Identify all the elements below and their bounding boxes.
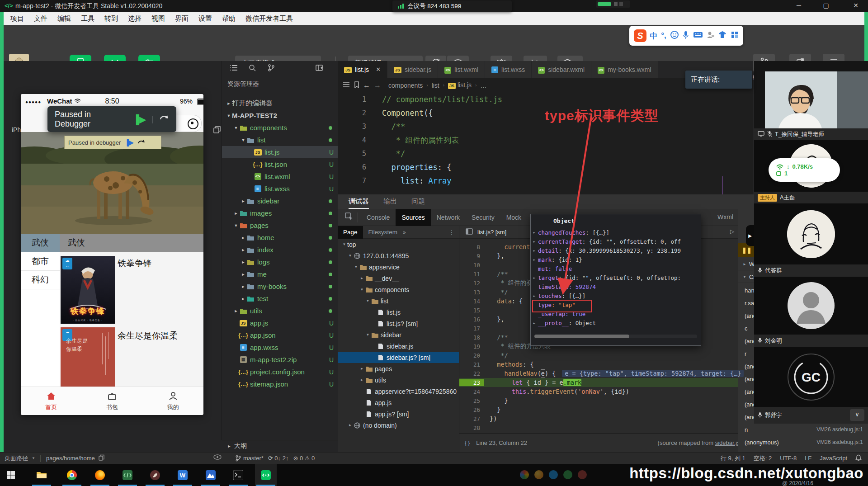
editor-tab-list.wxml[interactable]: <>list.wxml — [438, 61, 485, 78]
explorer-row-images[interactable]: ►images — [222, 207, 338, 219]
code-line-1[interactable]: 1// components/list/list.js — [338, 93, 753, 106]
taskbar-explorer[interactable] — [31, 464, 52, 486]
source-tree-list.js[interactable]: list.js — [338, 307, 459, 318]
stack-frame-n[interactable]: nVM26 asdebug.js:1 — [738, 423, 868, 436]
taskbar-chrome[interactable] — [61, 464, 83, 486]
devtools-tab-Console[interactable]: Console — [361, 209, 396, 226]
copy-icon[interactable] — [99, 454, 104, 462]
back-icon[interactable]: ← — [363, 81, 370, 90]
devtools-tab-Sources[interactable]: Sources — [396, 209, 430, 226]
close-tab-icon[interactable]: ✕ — [376, 66, 381, 73]
menu-item-项目[interactable]: 项目 — [5, 14, 29, 23]
source-tree-sidebar.js? [sm][interactable]: sidebar.js? [sm] — [338, 352, 459, 363]
code-line-6[interactable]: 6 properties: { — [338, 160, 753, 174]
git-branch-indicator[interactable]: master* — [235, 455, 264, 462]
source-tree-127.0.0.1:44895[interactable]: ▼127.0.0.1:44895 — [338, 250, 459, 261]
status-item[interactable]: 行 9, 列 1 — [721, 454, 745, 462]
mic-icon[interactable] — [682, 30, 689, 41]
overflow-menu-icon[interactable]: ⋮ — [449, 229, 454, 236]
explorer-row-logs[interactable]: ►logs — [222, 256, 338, 268]
menu-item-文件[interactable]: 文件 — [29, 14, 52, 23]
source-tree-list[interactable]: ▼list — [338, 295, 459, 307]
explorer-row-utils[interactable]: ►utils — [222, 305, 338, 317]
skin-icon[interactable] — [718, 31, 727, 41]
explorer-row-app.js[interactable]: JSapp.jsU — [222, 317, 338, 329]
profile-icon[interactable] — [707, 31, 715, 41]
menu-item-视图[interactable]: 视图 — [146, 14, 170, 23]
explorer-row-list.wxml[interactable]: <>list.wxmlU — [222, 170, 338, 183]
explorer-row-list.wxss[interactable]: ≡list.wxssU — [222, 183, 338, 195]
ime-toolbar[interactable]: S 中 °, — [629, 26, 743, 46]
eye-icon[interactable] — [213, 454, 222, 462]
emoji-icon[interactable] — [670, 30, 679, 41]
sources-tab-Page[interactable]: Page — [338, 226, 363, 239]
category-武侠[interactable]: 武侠 — [21, 234, 60, 252]
multi-window-icon[interactable] — [212, 125, 222, 136]
meeting-mini-toolbar[interactable] — [596, 0, 630, 8]
status-item[interactable]: 空格: 2 — [754, 454, 772, 462]
book-cover-dark[interactable]: ☁·· 铁拳争锋 · 热血武侠 · 铁拳无敌 · — [61, 256, 115, 324]
sync-indicator[interactable]: ⟳ 0↓ 2↑ — [268, 455, 289, 462]
explorer-row-M-APP-TEST2[interactable]: ▼M-APP-TEST2 — [222, 109, 338, 122]
dock-icon[interactable] — [466, 228, 473, 236]
panel-tab-问题[interactable]: 问题 — [411, 194, 425, 209]
forward-icon[interactable]: → — [374, 81, 381, 90]
source-tree-sidebar[interactable]: ▼sidebar — [338, 329, 459, 340]
menu-item-选择[interactable]: 选择 — [123, 14, 146, 23]
object-property-currentTarget[interactable]: ►currentTarget: {id: "", offsetLeft: 0, … — [531, 237, 701, 246]
source-line-26[interactable]: 26 } — [459, 405, 747, 414]
explorer-row-app.json[interactable]: {…}app.jsonU — [222, 329, 338, 341]
source-tree-components[interactable]: ▼components — [338, 284, 459, 295]
frame-file[interactable]: VM26 asdebug.js:1 — [816, 426, 863, 433]
book-title[interactable]: 铁拳争锋 — [118, 258, 152, 269]
source-tree-utils[interactable]: ►utils — [338, 374, 459, 386]
category-都市[interactable]: 都市 — [21, 252, 60, 271]
breadcrumb-item[interactable]: components — [388, 82, 423, 89]
frame-file[interactable]: VM26 asdebug.js:1 — [816, 439, 863, 445]
explorer-row-components[interactable]: ▼components — [222, 122, 338, 134]
breadcrumb-item[interactable]: list — [432, 82, 439, 89]
sidebar-js-link[interactable]: sidebar.js — [715, 439, 740, 446]
source-line-25[interactable]: 25 } — [459, 396, 747, 405]
editor-tab-sidebar.wxml[interactable]: <>sidebar.wxml — [532, 61, 591, 78]
code-line-4[interactable]: 4 * 组件的属性列表 — [338, 133, 753, 147]
panel-tab-输出[interactable]: 输出 — [383, 194, 397, 209]
menu-item-微信开发者工具[interactable]: 微信开发者工具 — [241, 14, 298, 23]
panel-tab-调试器[interactable]: 调试器 — [349, 194, 369, 209]
code-line-7[interactable]: 7 list: Array — [338, 174, 753, 188]
taskbar-designapp[interactable] — [144, 464, 166, 486]
more-tabs-icon[interactable]: » — [403, 229, 406, 236]
object-property-__proto__[interactable]: ►__proto__: Object — [531, 318, 701, 327]
git-branch-icon[interactable] — [267, 64, 275, 74]
resume-icon[interactable]: ▐▶ — [133, 114, 146, 125]
object-property-mark[interactable]: ►mark: {id: 1} — [531, 255, 701, 264]
collapse-sidebar-icon[interactable] — [315, 64, 324, 74]
explorer-row-my-books[interactable]: ►my-books — [222, 280, 338, 293]
explorer-row-list.json[interactable]: {…}list.jsonU — [222, 158, 338, 170]
taskbar-firefox[interactable] — [89, 464, 111, 486]
phone-tab-书包[interactable]: 书包 — [82, 387, 143, 415]
apps-grid-icon[interactable] — [731, 31, 739, 41]
breadcrumb-item[interactable]: JS list.js — [448, 81, 472, 89]
capsule-close-icon[interactable] — [188, 118, 198, 129]
phone-tab-首页[interactable]: 首页 — [21, 387, 82, 415]
source-tree-app.js[interactable]: app.js — [338, 397, 459, 408]
minimize-button[interactable]: ─ — [792, 2, 806, 9]
popup-scrollbar[interactable] — [534, 335, 697, 338]
outline-section[interactable]: ►大纲 — [222, 440, 338, 452]
notifications-bell-icon[interactable] — [855, 454, 862, 462]
code-line-5[interactable]: 5 */ — [338, 147, 753, 160]
source-tree-sidebar.js[interactable]: sidebar.js — [338, 340, 459, 352]
tab-wxml[interactable]: Wxml — [717, 213, 733, 221]
source-line-21[interactable]: 21 methods: { — [459, 360, 747, 369]
taskbar-terminal[interactable] — [227, 464, 249, 486]
explorer-row-home[interactable]: ►home — [222, 231, 338, 244]
inspect-element-icon[interactable] — [345, 212, 353, 222]
menu-item-界面[interactable]: 界面 — [170, 14, 193, 23]
explorer-row-me[interactable]: ►me — [222, 268, 338, 280]
source-line-22[interactable]: 22 handleNav(e) {e = {type: "tap", timeS… — [459, 369, 747, 378]
category-科幻[interactable]: 科幻 — [21, 271, 60, 289]
editor-tab-list.js[interactable]: JSlist.js✕ — [338, 61, 387, 78]
source-line-28[interactable]: 28 — [459, 423, 747, 432]
devtools-tab-Mock[interactable]: Mock — [500, 209, 527, 226]
